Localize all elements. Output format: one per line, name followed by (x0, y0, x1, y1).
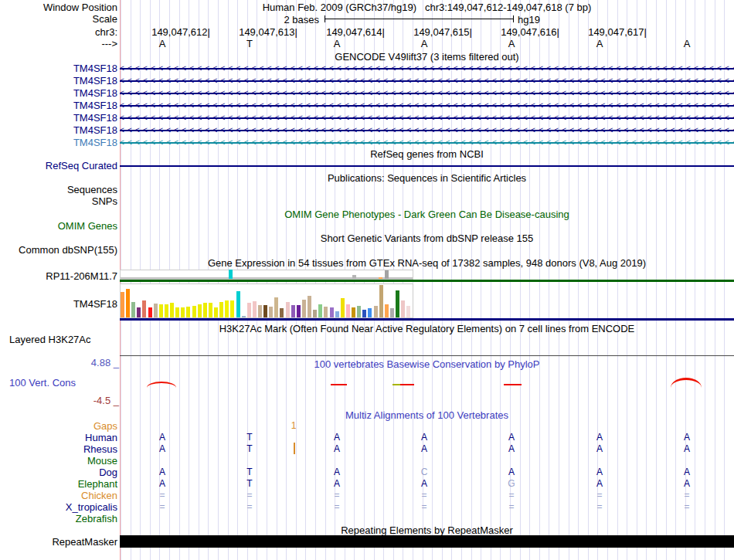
repeatmasker-element-bar[interactable] (120, 535, 734, 548)
alignment-base: T (243, 444, 256, 454)
gtex-expression-bar (341, 298, 345, 317)
gencode-gene-label[interactable]: TM4SF18 (0, 100, 117, 110)
gtex-expression-bar (225, 300, 229, 317)
repeatmasker-track-title[interactable]: Repeating Elements by RepeatMasker (120, 525, 734, 535)
refseq-track-title[interactable]: RefSeq genes from NCBI (120, 149, 734, 159)
alignment-base: = (418, 490, 430, 501)
gtex-expression-bar (258, 305, 262, 317)
gencode-track-title[interactable]: GENCODE V49lift37 (3 items filtered out) (120, 52, 734, 62)
gtex-expression-bar (357, 306, 361, 317)
gencode-gene-label[interactable]: TM4SF18 (0, 113, 117, 123)
gtex-expression-bar (175, 307, 179, 317)
alignment-base: A (331, 467, 343, 477)
multiz-species-label[interactable]: Mouse (0, 456, 117, 466)
reference-base: A (156, 39, 168, 49)
refseq-gene-line[interactable] (120, 165, 734, 167)
gtex-expression-bar (330, 307, 334, 317)
alignment-base: A (156, 467, 168, 477)
alignment-base: = (681, 502, 693, 512)
alignment-base: A (681, 479, 693, 489)
conservation-label[interactable]: 100 Vert. Cons (9, 378, 76, 388)
gencode-gene-label[interactable]: TM4SF18 (0, 76, 117, 86)
multiz-species-label[interactable]: Rhesus (0, 444, 117, 454)
layered-h3k27ac-label[interactable]: Layered H3K27Ac (9, 334, 91, 344)
scale-label: Scale (0, 14, 117, 24)
strand-arrow-label[interactable]: ---> (0, 39, 117, 49)
gencode-gene-label[interactable]: TM4SF18 (0, 88, 117, 98)
gencode-gene-row[interactable]: <<<<<<<<<<<<<<<<<<<<<<<<<<<<<<<<<<<<<<<<… (120, 113, 734, 123)
gencode-gene-row[interactable]: <<<<<<<<<<<<<<<<<<<<<<<<<<<<<<<<<<<<<<<<… (120, 137, 734, 148)
gtex-expression-bar (253, 301, 257, 317)
alignment-base: A (156, 479, 168, 489)
multiz-species-label[interactable]: Elephant (0, 479, 117, 489)
alignment-base: G (505, 479, 518, 489)
gtex-expression-bar (362, 310, 366, 317)
gtex-expression-bar (352, 307, 355, 317)
gencode-gene-row[interactable]: <<<<<<<<<<<<<<<<<<<<<<<<<<<<<<<<<<<<<<<<… (120, 63, 734, 73)
gtex-gene2-gene-line[interactable] (120, 318, 734, 321)
alignment-base: A (505, 433, 518, 443)
alignment-base: = (156, 502, 168, 512)
alignment-base: = (418, 502, 430, 512)
gtex-gene1-gene-line[interactable] (120, 280, 734, 282)
gencode-gene-row[interactable]: <<<<<<<<<<<<<<<<<<<<<<<<<<<<<<<<<<<<<<<<… (120, 76, 734, 86)
multiz-species-label[interactable]: Human (0, 433, 117, 443)
phylop-line (504, 384, 522, 385)
strand-direction-arrows: <<<<<<<<<<<<<<<<<<<<<<<<<<<<<<<<<<<<<<<<… (120, 137, 734, 148)
multiz-track-title[interactable]: Multiz Alignments of 100 Vertebrates (120, 410, 734, 420)
gencode-gene-label[interactable]: TM4SF18 (0, 137, 117, 148)
gtex-expression-bar (406, 306, 410, 317)
alignment-base: A (418, 444, 430, 454)
gtex-expression-bar (148, 307, 152, 317)
alignment-base: A (156, 444, 168, 454)
alignment-base: = (505, 502, 518, 512)
gtex-expression-bar (229, 270, 233, 279)
h3k27ac-track-title[interactable]: H3K27Ac Mark (Often Found Near Active Re… (120, 324, 734, 334)
reference-base: A (593, 39, 606, 49)
gtex-expression-bar (335, 311, 339, 317)
genome-build-label: hg19 (518, 14, 540, 25)
multiz-species-label[interactable]: Zebrafish (0, 514, 117, 524)
phylop-line (331, 384, 347, 385)
gtex-expression-bar (313, 310, 317, 317)
gtex-expression-bar (219, 302, 223, 317)
gtex-gene2-label[interactable]: TM4SF18 (0, 299, 117, 309)
gtex-expression-bar (385, 304, 389, 317)
multiz-species-label[interactable]: Chicken (0, 490, 117, 501)
gtex-baseline (121, 277, 413, 279)
dbsnp-track-title[interactable]: Short Genetic Variants from dbSNP releas… (120, 233, 734, 243)
gencode-gene-row[interactable]: <<<<<<<<<<<<<<<<<<<<<<<<<<<<<<<<<<<<<<<<… (120, 88, 734, 98)
alignment-base: A (418, 433, 430, 443)
gtex-gene1-label[interactable]: RP11-206M11.7 (0, 271, 117, 281)
alignment-base: A (593, 444, 606, 454)
repeatmasker-label[interactable]: RepeatMasker (0, 537, 117, 547)
gencode-gene-label[interactable]: TM4SF18 (0, 63, 117, 73)
alignment-base: A (681, 433, 693, 443)
gtex-expression-bar (198, 304, 202, 317)
scale-value: 2 bases (120, 14, 319, 25)
conservation-track-title[interactable]: 100 vertebrates Basewise Conservation by… (120, 359, 734, 369)
omim-track-title[interactable]: OMIM Gene Phenotypes - Dark Green Can Be… (120, 209, 734, 219)
gtex-expression-bar (297, 305, 301, 317)
publications-track-title[interactable]: Publications: Sequences in Scientific Ar… (120, 173, 734, 183)
multiz-species-label[interactable]: Dog (0, 467, 117, 477)
gtex-expression-bar (286, 302, 290, 317)
alignment-base: A (331, 479, 343, 489)
gencode-gene-row[interactable]: <<<<<<<<<<<<<<<<<<<<<<<<<<<<<<<<<<<<<<<<… (120, 100, 734, 110)
common-dbsnp-label[interactable]: Common dbSNP(155) (0, 245, 117, 255)
reference-base: A (331, 39, 343, 49)
gtex-track-title[interactable]: Gene Expression in 54 tissues from GTEx … (120, 258, 734, 268)
snps-label[interactable]: SNPs (0, 196, 117, 206)
strand-direction-arrows: <<<<<<<<<<<<<<<<<<<<<<<<<<<<<<<<<<<<<<<<… (120, 88, 734, 98)
alignment-base: A (331, 444, 343, 454)
multiz-species-label[interactable]: Gaps (0, 421, 117, 431)
alignment-base: = (156, 490, 168, 501)
alignment-base: = (593, 490, 606, 501)
multiz-species-label[interactable]: X_tropicalis (0, 502, 117, 512)
omim-genes-label[interactable]: OMIM Genes (0, 221, 117, 231)
refseq-curated-label[interactable]: RefSeq Curated (0, 161, 117, 171)
gtex-expression-bar (142, 300, 146, 317)
gencode-gene-label[interactable]: TM4SF18 (0, 125, 117, 135)
sequences-label[interactable]: Sequences (0, 185, 117, 195)
gencode-gene-row[interactable]: <<<<<<<<<<<<<<<<<<<<<<<<<<<<<<<<<<<<<<<<… (120, 125, 734, 135)
